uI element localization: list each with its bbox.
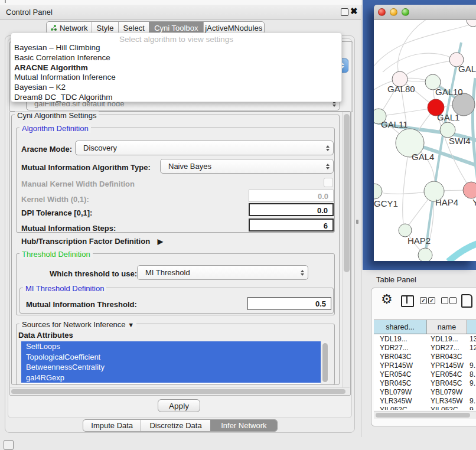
- threshold-definition-title: Threshold Definition: [19, 250, 93, 259]
- combo-arrows-icon: [326, 164, 330, 169]
- manual-kernel-width-label: Manual Kernel Width Definition: [21, 180, 135, 188]
- attribute-item-selected[interactable]: TopologicalCoefficient: [21, 352, 321, 363]
- tab-style[interactable]: Style: [92, 22, 119, 34]
- control-panel-title: Control Panel: [6, 8, 53, 17]
- dropdown-item[interactable]: Mutual Information Inference: [11, 73, 341, 83]
- column-header-cut[interactable]: [467, 319, 476, 334]
- network-window[interactable]: GAL80 GAL10 GAL1 GAL11 SWI4 GAL4 GAL GCY…: [374, 5, 476, 261]
- table-row[interactable]: YLR345W YLR345W 9.: [374, 397, 476, 406]
- table-row[interactable]: YPR145W YPR145W 9.: [374, 361, 476, 370]
- network-window-titlebar[interactable]: [374, 5, 476, 20]
- close-panel-icon[interactable]: ✖: [350, 6, 358, 17]
- node-bottom[interactable]: [418, 248, 432, 261]
- mi-threshold-field[interactable]: 0.5: [247, 297, 331, 310]
- tab-cyni-toolbox[interactable]: Cyni Toolbox: [149, 22, 203, 34]
- table-row[interactable]: YER054C YER054C 8.: [374, 370, 476, 379]
- combo-arrows-icon: [301, 270, 304, 276]
- node-label: HAP2: [407, 236, 431, 246]
- edge-thick-cyan[interactable]: [448, 242, 476, 261]
- apply-button[interactable]: Apply: [158, 399, 200, 412]
- algorithm-definition-title: Algorithm Definition: [19, 124, 91, 133]
- table-hscrollbar[interactable]: [374, 411, 476, 419]
- dropdown-item[interactable]: Dream8 DC_TDC Algorithm: [11, 93, 341, 103]
- mi-threshold-label: Mutual Information Threshold:: [26, 300, 137, 309]
- kernel-width-field[interactable]: 0.0: [249, 190, 334, 202]
- zoom-window-icon[interactable]: [402, 8, 409, 16]
- tab-network[interactable]: Network: [47, 22, 92, 34]
- tab-jactivemnodules[interactable]: jActiveMNodules: [203, 22, 264, 34]
- mi-steps-field[interactable]: 6: [249, 219, 334, 231]
- tab-select[interactable]: Select: [118, 22, 149, 34]
- sources-title[interactable]: Sources for Network Inference ▼: [19, 320, 136, 329]
- attributes-vscrollbar[interactable]: [321, 341, 329, 384]
- dock-panel-icon[interactable]: [4, 440, 14, 450]
- table-panel-title: Table Panel: [376, 275, 416, 284]
- column-header-name[interactable]: name: [427, 319, 467, 334]
- top-strip: [0, 0, 361, 5]
- checked-checkbox-icon[interactable]: ✓: [420, 297, 427, 304]
- dropdown-prompt: Select algorithm to view settings: [11, 33, 341, 43]
- algorithm-dropdown-list: Select algorithm to view settings Bayesi…: [11, 32, 342, 102]
- edge[interactable]: [379, 107, 436, 116]
- dpi-tolerance-field[interactable]: 0.0: [249, 203, 334, 216]
- data-attributes-list: SelfLoops TopologicalCoefficient Between…: [21, 341, 321, 384]
- checked-checkbox-icon[interactable]: ✓: [428, 297, 435, 304]
- unchecked-checkbox-icon[interactable]: [441, 297, 448, 304]
- table-row[interactable]: YBL079W YBL079W: [374, 388, 476, 397]
- dropdown-item-selected[interactable]: ARACNE Algorithm: [11, 63, 341, 73]
- node-label: Y: [472, 197, 476, 207]
- dropdown-item[interactable]: Bayesian – K2: [11, 83, 341, 93]
- node-y-salmon[interactable]: [463, 182, 476, 198]
- document-icon[interactable]: [461, 294, 472, 308]
- splitter-handle[interactable]: [356, 220, 358, 224]
- node-label: GAL1: [437, 112, 459, 122]
- edge[interactable]: [472, 78, 476, 196]
- minimize-window-icon[interactable]: [390, 8, 397, 16]
- attribute-item-selected[interactable]: BetweennessCentrality: [21, 362, 321, 373]
- which-threshold-label: Which threshold to use:: [50, 269, 137, 278]
- split-columns-icon[interactable]: [401, 295, 414, 307]
- network-canvas[interactable]: GAL80 GAL10 GAL1 GAL11 SWI4 GAL4 GAL GCY…: [374, 20, 476, 261]
- table-row[interactable]: YBR045C YBR045C 9.: [374, 379, 476, 388]
- table-rows: YDL19... YDL19... 13 YDR27... YDR27... 1…: [374, 334, 476, 410]
- node-label: GAL4: [412, 152, 434, 162]
- hub-factor-expander[interactable]: Hub/Transcription Factor Definition ▶: [21, 237, 163, 246]
- attribute-item-selected[interactable]: gal4RGexp: [21, 373, 321, 383]
- network-graph[interactable]: GAL80 GAL10 GAL1 GAL11 SWI4 GAL4 GAL GCY…: [374, 20, 476, 261]
- expander-right-arrow-icon: ▶: [158, 237, 163, 246]
- table-row[interactable]: YDR27... YDR27... 12: [374, 344, 476, 353]
- float-panel-icon[interactable]: [341, 8, 348, 16]
- attribute-item-selected[interactable]: SelfLoops: [21, 341, 321, 352]
- tab-discretize-data[interactable]: Discretize Data: [141, 420, 210, 431]
- table-row[interactable]: YBR043C YBR043C: [374, 353, 476, 361]
- panel-divider: [361, 5, 361, 437]
- manual-kernel-width-checkbox[interactable]: [324, 178, 333, 187]
- dropdown-item[interactable]: Bayesian – Hill Climbing: [11, 43, 341, 53]
- dpi-tolerance-label: DPI Tolerance [0,1]:: [21, 208, 92, 217]
- control-panel-titlebar: Control Panel: [0, 5, 361, 20]
- table-row[interactable]: YDL19... YDL19... 13: [374, 335, 476, 344]
- bottom-tabs: Impute Data Discretize Data Infer Networ…: [83, 419, 278, 432]
- gear-icon[interactable]: ⚙: [381, 292, 393, 307]
- tab-impute-data[interactable]: Impute Data: [83, 420, 141, 431]
- edge[interactable]: [383, 53, 457, 72]
- network-graph-icon: [50, 24, 57, 31]
- dropdown-item[interactable]: Basic Correlation Inference: [11, 53, 341, 63]
- which-threshold-select[interactable]: MI Threshold: [137, 265, 308, 280]
- node-hap2[interactable]: [399, 224, 412, 237]
- tab-infer-network[interactable]: Infer Network: [210, 420, 277, 431]
- unchecked-checkbox-icon[interactable]: [449, 297, 457, 304]
- mi-algorithm-type-select[interactable]: Naive Bayes: [160, 159, 334, 174]
- node-label: GAL10: [435, 87, 463, 97]
- node-label: GAL80: [387, 84, 415, 94]
- aracne-mode-label: Aracne Mode:: [21, 145, 72, 154]
- edge[interactable]: [397, 20, 427, 79]
- aracne-mode-select[interactable]: Discovery: [75, 141, 334, 155]
- node-gcy1[interactable]: [374, 184, 382, 199]
- combo-arrows-icon: [326, 145, 330, 151]
- settings-hscrollbar[interactable]: [10, 387, 350, 395]
- column-header-shared-name[interactable]: shared...: [374, 319, 427, 334]
- settings-vscrollbar[interactable]: [342, 112, 350, 387]
- table-row[interactable]: YIL052C YIL052C 9.: [374, 406, 476, 410]
- close-window-icon[interactable]: [378, 8, 386, 16]
